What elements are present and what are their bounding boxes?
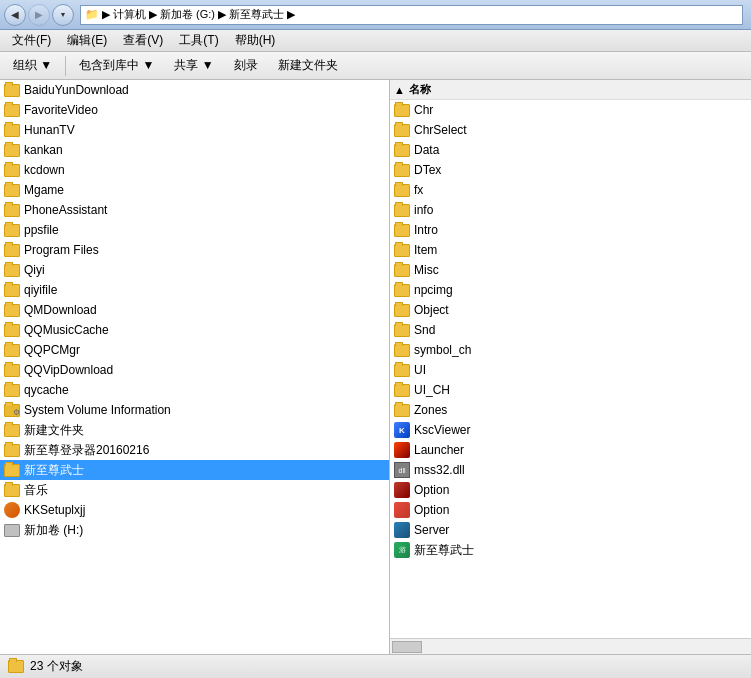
left-item[interactable]: 新加卷 (H:) <box>0 520 389 540</box>
right-item[interactable]: Snd <box>390 320 751 340</box>
back-button[interactable]: ◀ <box>4 4 26 26</box>
right-item[interactable]: dllmss32.dll <box>390 460 751 480</box>
right-item[interactable]: 游新至尊武士 <box>390 540 751 560</box>
right-item[interactable]: Zones <box>390 400 751 420</box>
left-item-name: kankan <box>24 143 63 157</box>
folder-icon <box>394 124 410 137</box>
address-folder: 新至尊武士 <box>229 7 284 22</box>
left-item-name: 新至尊武士 <box>24 462 84 479</box>
content-area: BaiduYunDownloadFavoriteVideoHunanTVkank… <box>0 80 751 654</box>
menu-file[interactable]: 文件(F) <box>4 30 59 51</box>
folder-icon <box>394 224 410 237</box>
left-item[interactable]: Mgame <box>0 180 389 200</box>
right-item[interactable]: Server <box>390 520 751 540</box>
folder-icon <box>394 384 410 397</box>
left-item-name: KKSetuplxjj <box>24 503 85 517</box>
left-item[interactable]: kankan <box>0 140 389 160</box>
right-item[interactable]: Option <box>390 500 751 520</box>
folder-icon <box>394 264 410 277</box>
folder-icon <box>4 224 20 237</box>
left-item[interactable]: 新至尊武士 <box>0 460 389 480</box>
left-item[interactable]: qycache <box>0 380 389 400</box>
menu-help[interactable]: 帮助(H) <box>227 30 284 51</box>
right-item-name: DTex <box>414 163 441 177</box>
left-item-name: 新建文件夹 <box>24 422 84 439</box>
left-scroll[interactable]: BaiduYunDownloadFavoriteVideoHunanTVkank… <box>0 80 389 654</box>
folder-icon <box>4 264 20 277</box>
folder-icon <box>394 104 410 117</box>
right-item-name: Intro <box>414 223 438 237</box>
right-item[interactable]: npcimg <box>390 280 751 300</box>
left-item[interactable]: 音乐 <box>0 480 389 500</box>
left-item-name: 新至尊登录器20160216 <box>24 442 149 459</box>
left-item[interactable]: Qiyi <box>0 260 389 280</box>
left-item-name: Qiyi <box>24 263 45 277</box>
right-item[interactable]: symbol_ch <box>390 340 751 360</box>
share-button[interactable]: 共享 ▼ <box>165 55 222 77</box>
dropdown-button[interactable]: ▼ <box>52 4 74 26</box>
left-item[interactable]: PhoneAssistant <box>0 200 389 220</box>
address-bar[interactable]: 📁 ▶ 计算机 ▶ 新加卷 (G:) ▶ 新至尊武士 ▶ <box>80 5 743 25</box>
right-item-name: KscViewer <box>414 423 470 437</box>
right-item-name: Data <box>414 143 439 157</box>
menu-edit[interactable]: 编辑(E) <box>59 30 115 51</box>
status-text: 23 个对象 <box>30 658 83 675</box>
left-item[interactable]: HunanTV <box>0 120 389 140</box>
left-item[interactable]: Program Files <box>0 240 389 260</box>
horizontal-scrollbar[interactable] <box>390 638 751 654</box>
right-item[interactable]: DTex <box>390 160 751 180</box>
option-icon <box>394 482 410 498</box>
drive-icon <box>4 524 20 537</box>
left-item[interactable]: ppsfile <box>0 220 389 240</box>
hscroll-thumb[interactable] <box>392 641 422 653</box>
include-library-button[interactable]: 包含到库中 ▼ <box>70 55 163 77</box>
new-folder-button[interactable]: 新建文件夹 <box>269 55 347 77</box>
right-item[interactable]: Intro <box>390 220 751 240</box>
address-sep3: ▶ <box>218 8 226 21</box>
right-item[interactable]: ChrSelect <box>390 120 751 140</box>
left-item[interactable]: System Volume Information <box>0 400 389 420</box>
left-item[interactable]: qiyifile <box>0 280 389 300</box>
menu-tools[interactable]: 工具(T) <box>171 30 226 51</box>
left-item-name: Mgame <box>24 183 64 197</box>
left-item[interactable]: 新至尊登录器20160216 <box>0 440 389 460</box>
left-item[interactable]: BaiduYunDownload <box>0 80 389 100</box>
right-item[interactable]: Option <box>390 480 751 500</box>
menu-view[interactable]: 查看(V) <box>115 30 171 51</box>
right-header: ▲ 名称 <box>390 80 751 100</box>
left-item[interactable]: QMDownload <box>0 300 389 320</box>
left-item[interactable]: 新建文件夹 <box>0 420 389 440</box>
forward-button[interactable]: ▶ <box>28 4 50 26</box>
folder-icon <box>4 124 20 137</box>
left-item[interactable]: FavoriteVideo <box>0 100 389 120</box>
left-item[interactable]: QQVipDownload <box>0 360 389 380</box>
right-item[interactable]: KKscViewer <box>390 420 751 440</box>
right-item-name: Option <box>414 483 449 497</box>
right-scroll[interactable]: ChrChrSelectDataDTexfxinfoIntroItemMiscn… <box>390 100 751 638</box>
toolbar: 组织 ▼ 包含到库中 ▼ 共享 ▼ 刻录 新建文件夹 <box>0 52 751 80</box>
right-item[interactable]: Misc <box>390 260 751 280</box>
right-item[interactable]: Chr <box>390 100 751 120</box>
address-sep4: ▶ <box>287 8 295 21</box>
left-item[interactable]: QQMusicCache <box>0 320 389 340</box>
right-item[interactable]: fx <box>390 180 751 200</box>
right-item[interactable]: UI <box>390 360 751 380</box>
right-item[interactable]: UI_CH <box>390 380 751 400</box>
burn-button[interactable]: 刻录 <box>225 55 267 77</box>
folder-icon <box>4 104 20 117</box>
right-item[interactable]: Item <box>390 240 751 260</box>
left-item-name: qycache <box>24 383 69 397</box>
left-item[interactable]: kcdown <box>0 160 389 180</box>
left-item[interactable]: KKSetuplxjj <box>0 500 389 520</box>
organize-button[interactable]: 组织 ▼ <box>4 55 61 77</box>
folder-icon <box>394 344 410 357</box>
left-item[interactable]: QQPCMgr <box>0 340 389 360</box>
right-item[interactable]: Object <box>390 300 751 320</box>
right-item[interactable]: Launcher <box>390 440 751 460</box>
game-icon: 游 <box>394 542 410 558</box>
folder-icon <box>394 364 410 377</box>
right-item[interactable]: Data <box>390 140 751 160</box>
address-computer: 计算机 <box>113 7 146 22</box>
right-item-name: npcimg <box>414 283 453 297</box>
right-item[interactable]: info <box>390 200 751 220</box>
